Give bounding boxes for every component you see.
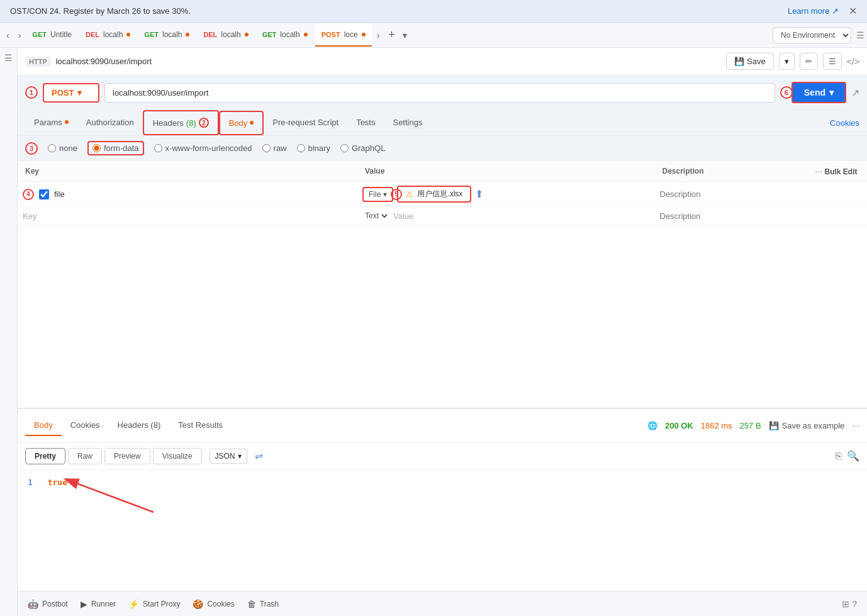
environment-select[interactable]: No Environment [773,27,851,43]
sub-tab-pretty[interactable]: Pretty [25,448,65,464]
settings-label: Settings [393,118,422,127]
radio-raw-label: raw [274,143,287,153]
save-as-example-button[interactable]: 💾 Save as example [769,421,845,430]
radio-graphql[interactable]: GraphQL [340,143,385,153]
runner-button[interactable]: ▶ Runner [81,599,116,609]
cookies-link[interactable]: Cookies [830,118,859,128]
resp-tab-headers[interactable]: Headers (8) [109,415,170,436]
trash-icon: 🗑 [247,599,256,609]
response-actions: ⎘ 🔍 [836,450,859,462]
help-icon[interactable]: ? [852,599,857,609]
json-format-selector[interactable]: JSON ▾ [210,449,247,464]
save-icon: 💾 [734,57,744,66]
comment-button[interactable]: ☰ [823,53,842,70]
empty-key-cell [18,207,357,225]
response-more-button[interactable]: ··· [852,420,859,430]
tab-pre-request[interactable]: Pre-request Script [264,111,347,135]
search-response-button[interactable]: 🔍 [847,450,859,462]
close-banner-button[interactable]: ✕ [849,5,857,17]
key-input[interactable] [54,189,180,199]
sub-tab-preview[interactable]: Preview [104,448,150,464]
tab-nav-next[interactable]: › [373,28,384,43]
radio-form-data-input[interactable] [92,144,101,152]
radio-none-input[interactable] [48,144,56,152]
tab-post-active[interactable]: POST loce [315,24,372,47]
description-input[interactable] [660,189,766,199]
sub-tab-visualize[interactable]: Visualize [153,448,202,464]
resp-tab-test-results[interactable]: Test Results [169,415,232,436]
save-button[interactable]: 💾 Save [726,53,774,70]
radio-none[interactable]: none [48,143,77,153]
radio-form-data[interactable]: form-data [87,141,144,155]
row-checkbox[interactable] [39,189,49,199]
env-settings-icon[interactable]: ☰ [856,30,864,40]
arrow-annotation [28,487,857,537]
headers-label: Headers [153,118,184,128]
method-selector[interactable]: POST ▾ [43,83,99,103]
tab-tests[interactable]: Tests [347,111,384,135]
sub-tab-raw[interactable]: Raw [68,448,102,464]
tab-nav-forward[interactable]: › [14,28,25,43]
tab-nav-back[interactable]: ‹ [3,28,13,43]
annotation-6: 6 [780,86,793,99]
upload-button[interactable]: ⬆ [475,188,483,200]
grid-icon[interactable]: ⊞ [842,599,849,609]
empty-actions-cell [808,207,868,225]
tab-settings[interactable]: Settings [384,111,431,135]
tab-params[interactable]: Params [25,111,77,135]
empty-key-input[interactable] [23,211,148,221]
tab-list-dropdown[interactable]: ▾ [400,29,410,42]
tab-del-1[interactable]: DEL localh [79,24,137,47]
tab-del-2[interactable]: DEL localh [197,24,254,47]
new-tab-button[interactable]: + [384,27,399,43]
postbot-button[interactable]: 🤖 Postbot [28,599,68,609]
row-actions-cell [808,182,868,207]
value-cell: File ▾ 5 ⚠ 用户信息.xlsx ⬆ [357,182,655,207]
tab-name: loce [344,30,358,39]
bottom-right: ⊞ ? [842,599,857,609]
start-proxy-button[interactable]: ⚡ Start Proxy [128,599,180,609]
banner-text: OST/CON 24. Register by March 26 to save… [10,6,191,16]
bulk-edit-button[interactable]: Bulk Edit [825,167,858,176]
tab-get-2[interactable]: GET localh [138,24,196,47]
empty-value-input[interactable] [393,211,519,221]
radio-binary-input[interactable] [297,144,305,152]
radio-raw-input[interactable] [262,144,271,152]
radio-x-www-input[interactable] [154,144,162,152]
save-dropdown-button[interactable]: ▾ [779,53,795,70]
file-type-badge: File ▾ [362,187,393,202]
layout-row: ☰ HTTP localhost:9090/user/import 💾 Save… [0,48,867,616]
radio-raw[interactable]: raw [262,143,287,153]
tab-authorization[interactable]: Authorization [77,111,143,135]
expand-button[interactable]: ↗ [851,87,859,99]
trash-button[interactable]: 🗑 Trash [247,599,279,609]
radio-form-data-label: form-data [104,143,139,153]
tab-get-3[interactable]: GET localh [256,24,314,47]
cookies-bottom-button[interactable]: 🍪 Cookies [193,599,234,609]
send-button[interactable]: Send ▾ [791,82,846,103]
resp-tab-cookies[interactable]: Cookies [62,415,109,436]
edit-button[interactable]: ✏ [800,53,818,70]
more-options-button[interactable]: ··· [815,166,823,176]
empty-desc-input[interactable] [660,211,766,221]
value-header: Value [357,161,655,182]
code-icon[interactable]: </> [847,57,859,67]
url-bar: HTTP localhost:9090/user/import 💾 Save ▾… [18,48,867,76]
learn-more-link[interactable]: Learn more ↗ [788,6,839,16]
send-dropdown-icon: ▾ [829,87,834,98]
radio-x-www[interactable]: x-www-form-urlencoded [154,143,252,153]
tab-method-post: POST [322,31,340,38]
tab-get-untitle[interactable]: GET Untitle [26,24,78,47]
sidebar-toggle[interactable]: ☰ [4,53,13,63]
resp-tab-body[interactable]: Body [25,415,62,436]
empty-type-select[interactable]: Text File [362,211,389,221]
url-left: HTTP localhost:9090/user/import [25,57,152,67]
tab-body[interactable]: Body [219,111,264,135]
radio-graphql-input[interactable] [340,144,349,152]
wrap-lines-button[interactable]: ⇌ [255,450,263,462]
url-input[interactable] [104,83,775,103]
radio-binary[interactable]: binary [297,143,330,153]
empty-type-value: Text File [362,211,650,221]
copy-response-button[interactable]: ⎘ [836,450,842,462]
tab-headers[interactable]: Headers (8) 2 [143,110,219,135]
